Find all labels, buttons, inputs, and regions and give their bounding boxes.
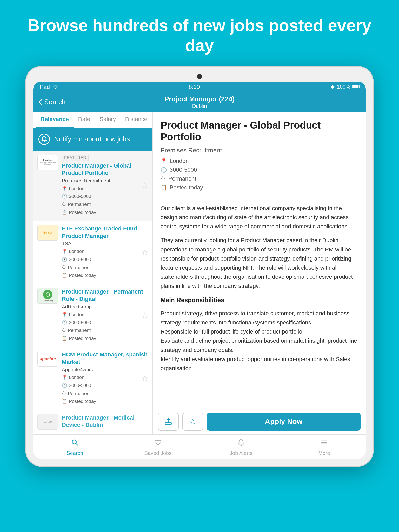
device-screen: iPad 8:30 ✱ 100% bbox=[33, 82, 366, 459]
bottom-tab-bar: Search Saved Jobs Job Al bbox=[33, 434, 366, 459]
job-title-2: ETF Exchange Traded Fund Product Manager bbox=[62, 225, 148, 240]
contract-icon-1: ⏱ bbox=[62, 201, 66, 208]
svg-line-6 bbox=[76, 443, 78, 445]
right-panel: Product Manager - Global Product Portfol… bbox=[153, 112, 366, 434]
job-item-4[interactable]: appetite HCM Product Manager, spanish Ma… bbox=[33, 347, 152, 410]
status-time: 8:30 bbox=[189, 84, 200, 90]
tab-job-alerts[interactable]: Job Alerts bbox=[200, 438, 283, 456]
location-icon-2: 📍 bbox=[62, 248, 67, 255]
job-item-1[interactable]: Premises Building Connect to Solutions F… bbox=[33, 151, 152, 221]
save-job-button-3[interactable]: ☆ bbox=[141, 311, 148, 320]
job-meta-4: 📍London 🕐3000-5000 ⏱Permanent 📋Posted to… bbox=[62, 374, 148, 405]
apply-now-button[interactable]: Apply Now bbox=[207, 413, 361, 431]
job-company-4: Appetite4work bbox=[62, 367, 148, 373]
posted-icon-4: 📋 bbox=[62, 398, 67, 405]
job-logo-2: ✦TSA bbox=[37, 225, 58, 241]
job-logo-4: appetite bbox=[37, 351, 58, 367]
sort-tab-salary[interactable]: Salary bbox=[95, 112, 120, 128]
save-detail-button[interactable]: ☆ bbox=[182, 413, 203, 431]
job-info-3: Product Manager - Permanent Role - Digit… bbox=[62, 288, 148, 343]
detail-salary: 3000-5000 bbox=[170, 167, 197, 173]
saved-jobs-tab-label: Saved Jobs bbox=[144, 450, 172, 456]
more-tab-icon bbox=[320, 438, 328, 449]
tab-more[interactable]: More bbox=[283, 438, 366, 456]
more-tab-label: More bbox=[318, 450, 330, 456]
save-job-button-1[interactable]: ☆ bbox=[141, 181, 148, 190]
detail-location-icon: 📍 bbox=[161, 158, 167, 164]
job-info-1: FEATURED Product Manager - Global Produc… bbox=[62, 155, 148, 217]
device-frame: iPad 8:30 ✱ 100% bbox=[25, 66, 374, 467]
featured-badge-1: FEATURED bbox=[62, 155, 89, 161]
job-logo-1: Premises Building Connect to Solutions bbox=[37, 155, 58, 170]
camera bbox=[197, 74, 202, 79]
detail-para2: They are currently looking for a Product… bbox=[161, 236, 358, 290]
bluetooth-icon: ✱ bbox=[330, 84, 335, 90]
save-job-button-4[interactable]: ☆ bbox=[141, 374, 148, 383]
status-bar: iPad 8:30 ✱ 100% bbox=[33, 82, 366, 92]
job-item-3[interactable]: AdRoc Group Product Manager - Permanent … bbox=[33, 284, 152, 347]
action-bar: ☆ Apply Now bbox=[153, 409, 366, 434]
salary-icon-3: 🕐 bbox=[62, 319, 67, 326]
job-company-1: Premises Recruitment bbox=[62, 178, 148, 184]
tab-search[interactable]: Search bbox=[33, 438, 116, 456]
job-list: Premises Building Connect to Solutions F… bbox=[33, 151, 152, 434]
salary-icon-2: 🕐 bbox=[62, 256, 67, 263]
nav-back-button[interactable]: Search bbox=[38, 98, 65, 106]
detail-para1: Our client is a well-established interna… bbox=[161, 204, 358, 231]
detail-posted: Posted today bbox=[170, 184, 203, 191]
job-title-4: HCM Product Manager, spanish Market bbox=[62, 351, 148, 366]
notify-banner[interactable]: Notify me about new jobs bbox=[33, 128, 152, 151]
job-item-5[interactable]: vadis Product Manager - Medical Device -… bbox=[33, 410, 152, 434]
saved-jobs-tab-icon bbox=[154, 438, 162, 449]
job-alerts-tab-icon bbox=[237, 438, 245, 449]
job-company-2: TSA bbox=[62, 241, 148, 247]
job-title-3: Product Manager - Permanent Role - Digit… bbox=[62, 288, 148, 303]
location-icon-4: 📍 bbox=[62, 374, 67, 381]
salary-icon-1: 🕐 bbox=[62, 193, 67, 200]
svg-rect-4 bbox=[165, 422, 171, 425]
job-title-1: Product Manager - Global Product Portfol… bbox=[62, 162, 148, 177]
svg-rect-2 bbox=[360, 86, 360, 87]
job-info-5: Product Manager - Medical Device - Dubli… bbox=[62, 414, 148, 430]
job-info-2: ETF Exchange Traded Fund Product Manager… bbox=[62, 225, 148, 280]
location-icon-3: 📍 bbox=[62, 311, 67, 318]
share-button[interactable] bbox=[158, 413, 179, 431]
sort-tabs: Relevance Date Salary Distance bbox=[33, 112, 152, 128]
job-company-3: AdRoc Group bbox=[62, 304, 148, 310]
posted-icon-3: 📋 bbox=[62, 335, 67, 342]
job-logo-5: vadis bbox=[37, 414, 58, 430]
location-icon-1: 📍 bbox=[62, 185, 67, 192]
notify-text: Notify me about new jobs bbox=[54, 135, 130, 143]
job-logo-3: AdRoc Group bbox=[37, 288, 58, 304]
salary-icon-4: 🕐 bbox=[62, 382, 67, 389]
job-info-4: HCM Product Manager, spanish Market Appe… bbox=[62, 351, 148, 405]
contract-icon-3: ⏱ bbox=[62, 327, 66, 334]
save-star-icon: ☆ bbox=[189, 417, 197, 427]
sort-tab-distance[interactable]: Distance bbox=[121, 112, 152, 128]
detail-contract-icon: ⏱ bbox=[161, 176, 166, 182]
page-header: Browse hundreds of new jobs posted every… bbox=[0, 0, 399, 66]
contract-icon-4: ⏱ bbox=[62, 390, 66, 397]
detail-title: Product Manager - Global Product Portfol… bbox=[161, 119, 358, 143]
content-area: Relevance Date Salary Distance Notify m bbox=[33, 112, 366, 434]
posted-icon-1: 📋 bbox=[62, 209, 67, 216]
detail-company: Premises Recruitment bbox=[161, 147, 358, 154]
nav-subtitle: Dublin bbox=[164, 103, 235, 109]
job-item-2[interactable]: ✦TSA ETF Exchange Traded Fund Product Ma… bbox=[33, 221, 152, 284]
sort-tab-date[interactable]: Date bbox=[74, 112, 95, 128]
page-header-title: Browse hundreds of new jobs posted every… bbox=[21, 16, 378, 56]
job-alerts-tab-label: Job Alerts bbox=[230, 450, 252, 456]
status-right: ✱ 100% bbox=[330, 84, 361, 90]
contract-icon-2: ⏱ bbox=[62, 264, 66, 271]
sort-tab-relevance[interactable]: Relevance bbox=[36, 112, 74, 128]
save-job-button-2[interactable]: ☆ bbox=[141, 248, 148, 257]
tab-saved-jobs[interactable]: Saved Jobs bbox=[116, 438, 200, 456]
detail-posted-icon: 📋 bbox=[161, 184, 167, 191]
wifi-icon bbox=[52, 84, 58, 90]
nav-back-label: Search bbox=[44, 98, 65, 106]
nav-title: Project Manager (224) Dublin bbox=[164, 95, 235, 109]
notify-bell-icon bbox=[38, 134, 50, 145]
status-left: iPad bbox=[38, 84, 58, 90]
job-meta-3: 📍London 🕐3000-5000 ⏱Permanent 📋Posted to… bbox=[62, 311, 148, 342]
search-tab-icon bbox=[71, 438, 79, 449]
